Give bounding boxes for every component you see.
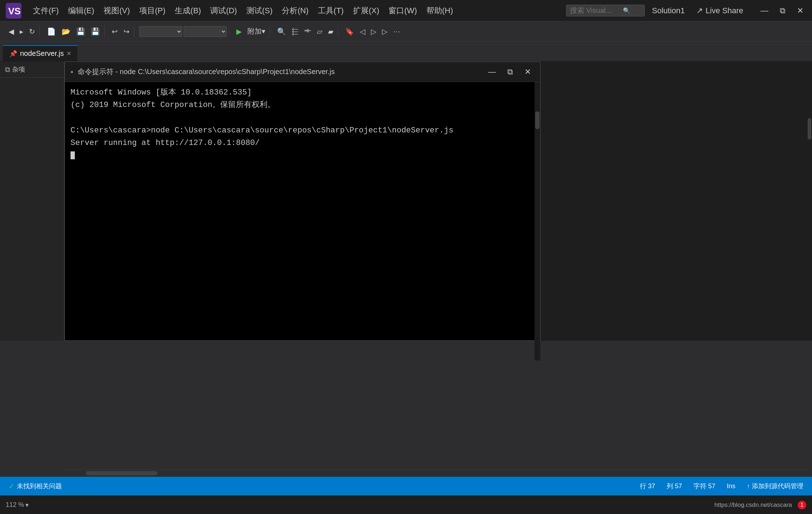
live-share-label: Live Share (706, 6, 743, 15)
menu-extend[interactable]: 扩展(X) (349, 3, 383, 18)
menu-edit[interactable]: 编辑(E) (64, 3, 98, 18)
close-button[interactable]: ✕ (794, 5, 806, 17)
bookmark-btn2[interactable]: ⬲ (302, 26, 313, 37)
solution-name: Solution1 (652, 6, 685, 15)
save-button[interactable]: 💾 (74, 26, 87, 37)
svg-text:VS: VS (8, 6, 21, 16)
cmd-maximize-button[interactable]: ⧉ (504, 66, 517, 78)
forward-button[interactable]: ▸ (18, 26, 25, 37)
cmd-body: Microsoft Windows [版本 10.0.18362.535] (c… (65, 82, 540, 340)
cmd-title-text: 命令提示符 - node C:\Users\cascara\source\rep… (78, 67, 480, 77)
menu-analyze[interactable]: 分析(N) (277, 3, 313, 18)
menu-window[interactable]: 窗口(W) (384, 3, 421, 18)
attach-dropdown[interactable]: 附加▾ (245, 25, 267, 38)
title-bar: VS 文件(F) 编辑(E) 视图(V) 项目(P) 生成(B) 调试(D) 测… (0, 0, 812, 21)
menu-project[interactable]: 项目(P) (135, 3, 170, 18)
undo-button[interactable]: ↩ (110, 26, 120, 37)
menu-bar: 文件(F) 编辑(E) 视图(V) 项目(P) 生成(B) 调试(D) 测试(S… (29, 3, 559, 18)
search-box[interactable]: 🔍 (566, 5, 645, 16)
toolbar: ◀ ▸ ↻ 📄 📂 💾 💾 ↩ ↪ ▶ 附加▾ 🔍 ⬱ ⬲ ▱ ▰ 🔖 ◁ ▷ … (0, 21, 812, 42)
cmd-line-5: Server running at http://127.0.0.1:8080/ (71, 137, 535, 149)
cmd-scroll-thumb[interactable] (535, 111, 540, 129)
status-right: 行 37 列 57 字符 57 Ins ↑ 添加到源代码管理 (637, 480, 806, 492)
minimize-button[interactable]: — (758, 5, 771, 17)
mark-expand[interactable]: ⋯ (391, 26, 402, 37)
toolbar-group-file: 📄 📂 💾 💾 (43, 26, 105, 37)
redo-button[interactable]: ↪ (121, 26, 132, 37)
config-dropdown[interactable] (139, 26, 182, 37)
new-file-button[interactable]: 📄 (45, 26, 58, 37)
menu-view[interactable]: 视图(V) (99, 3, 134, 18)
tab-nodserver[interactable]: 📌 nodeServer.js ✕ (3, 45, 78, 61)
status-add-source[interactable]: ↑ 添加到源代码管理 (744, 480, 806, 492)
bottom-bar: 112 % ▾ https://blog.csdn.net/cascara 1 (0, 495, 812, 514)
cmd-icon: ▪ (71, 67, 73, 77)
status-char[interactable]: 字符 57 (691, 480, 718, 492)
status-ins[interactable]: Ins (724, 480, 738, 492)
sidebar: ⧉ 杂项 (0, 62, 64, 341)
open-button[interactable]: 📂 (59, 26, 73, 37)
menu-file[interactable]: 文件(F) (29, 3, 63, 18)
blog-link[interactable]: https://blog.csdn.net/cascara (715, 501, 792, 509)
cmd-close-button[interactable]: ✕ (521, 66, 535, 78)
status-text: 未找到相关问题 (17, 482, 62, 490)
toolbar-group-edit: ↩ ↪ (107, 26, 134, 37)
mark-more[interactable]: ▷ (380, 26, 390, 37)
menu-test[interactable]: 测试(S) (242, 3, 277, 18)
status-col[interactable]: 列 57 (664, 480, 685, 492)
scroll-thumb[interactable] (808, 118, 811, 140)
status-row[interactable]: 行 37 (637, 480, 658, 492)
cmd-line-2: (c) 2019 Microsoft Corporation。保留所有权利。 (71, 99, 535, 111)
cmd-window: ▪ 命令提示符 - node C:\Users\cascara\source\r… (64, 62, 541, 341)
zoom-arrow-icon: ▾ (25, 501, 29, 509)
cmd-title-bar: ▪ 命令提示符 - node C:\Users\cascara\source\r… (65, 62, 540, 82)
save-all-button[interactable]: 💾 (89, 26, 102, 37)
status-bar: ✓ 未找到相关问题 行 37 列 57 字符 57 Ins ↑ 添加到源代码管理 (0, 477, 812, 495)
run-button[interactable]: ▶ (234, 26, 244, 37)
h-scroll-thumb[interactable] (86, 471, 158, 475)
mark-next[interactable]: ▷ (369, 26, 378, 37)
vs-logo: VS (6, 3, 21, 19)
copy-icon: ⧉ (5, 66, 10, 74)
cmd-cursor-line (71, 149, 535, 162)
main-area: ⧉ 杂项 12345 678910 1112131415 1617181920 … (0, 62, 812, 341)
find-button[interactable]: 🔍 (275, 26, 288, 37)
zoom-control[interactable]: 112 % ▾ (6, 501, 29, 509)
live-share-button[interactable]: ↗ Live Share (692, 5, 748, 17)
pane-btn2[interactable]: ▰ (326, 26, 335, 37)
editor-scrollbar[interactable] (807, 62, 812, 341)
toolbar-group-run: ▶ 附加▾ (232, 25, 270, 38)
cmd-cursor (71, 151, 75, 159)
live-share-icon: ↗ (696, 6, 703, 15)
search-input[interactable] (570, 6, 620, 15)
cmd-line-4: C:\Users\cascara>node C:\Users\cascara\s… (71, 124, 535, 137)
cmd-line-1: Microsoft Windows [版本 10.0.18362.535] (71, 86, 535, 99)
platform-dropdown[interactable] (184, 26, 227, 37)
menu-help[interactable]: 帮助(H) (422, 3, 458, 18)
notification-badge[interactable]: 1 (798, 501, 806, 509)
toolbar-group-marks: 🔖 ◁ ▷ ▷ ⋯ (341, 26, 405, 37)
tab-label: nodeServer.js (20, 49, 64, 58)
sidebar-misc-header[interactable]: ⧉ 杂项 (0, 62, 64, 78)
tab-close-button[interactable]: ✕ (67, 50, 71, 57)
back-button[interactable]: ◀ (6, 26, 16, 37)
cmd-scrollbar[interactable] (535, 82, 540, 360)
tab-bar: 📌 nodeServer.js ✕ (0, 42, 812, 62)
restore-button[interactable]: ⧉ (777, 5, 788, 17)
mark-prev[interactable]: ◁ (358, 26, 367, 37)
menu-build[interactable]: 生成(B) (170, 3, 205, 18)
status-check-item[interactable]: ✓ 未找到相关问题 (6, 480, 65, 492)
pane-btn1[interactable]: ▱ (315, 26, 324, 37)
bookmark-btn1[interactable]: ⬱ (290, 26, 300, 37)
sidebar-misc-label: 杂项 (12, 65, 25, 74)
check-icon: ✓ (9, 482, 15, 490)
menu-debug[interactable]: 调试(D) (206, 3, 241, 18)
zoom-value: 112 % (6, 501, 24, 509)
refresh-button[interactable]: ↻ (27, 26, 37, 37)
toolbar-group-search: 🔍 ⬱ ⬲ ▱ ▰ (273, 26, 338, 37)
cmd-minimize-button[interactable]: — (484, 66, 499, 78)
search-icon: 🔍 (623, 7, 630, 14)
mark-btn[interactable]: 🔖 (343, 26, 356, 37)
menu-tools[interactable]: 工具(T) (314, 3, 348, 18)
h-scrollbar[interactable] (64, 470, 807, 477)
